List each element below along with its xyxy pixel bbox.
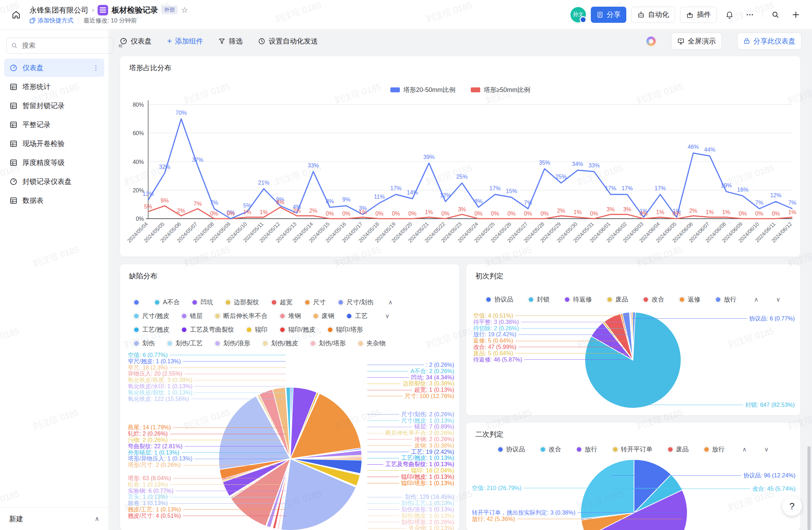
more-button[interactable] [742,7,758,22]
sidebar-item-label: 现场开卷检验 [22,139,65,148]
svg-text:0%: 0% [673,211,681,217]
pie-label: 废品: 5 (0.64%) [473,350,631,357]
home-icon [11,10,21,20]
svg-text:1%: 1% [574,209,582,215]
sidebar-item-5[interactable]: 现场开卷检验⋮ [4,134,104,153]
sidebar-item-6[interactable]: 厚度精度等级⋮ [4,153,104,172]
plugins-button[interactable]: 插件 [680,7,717,23]
svg-text:3%: 3% [623,206,631,212]
chevron-up-icon[interactable]: ∧ [95,515,99,523]
svg-text:12%: 12% [770,192,781,198]
pie-label: 凹坑: 34 (4.34%) [365,375,454,381]
svg-text:0%: 0% [227,211,235,217]
share-button[interactable]: 分享 [591,7,626,23]
svg-text:60%: 60% [133,130,144,136]
share-dashboard-button[interactable]: 分享此仪表盘 [737,33,801,49]
item-more-icon[interactable]: ⋮ [93,64,99,72]
pie-label: 工艺: 19 (2.42%) [365,449,454,455]
help-button[interactable]: ? [782,496,802,516]
svg-text:1%: 1% [788,209,796,215]
line-chart-legend: 塔形20-50mm比例塔形≥50mm比例 [120,86,800,94]
svg-text:3%: 3% [607,206,615,212]
pie-label: : 2 (0.26%) [365,362,454,368]
pie-label: 舌头: 1 (0.13%) [128,494,288,500]
svg-text:1%: 1% [260,209,268,215]
home-button[interactable] [8,7,24,22]
pie-label: 氧化铁皮/裂纹: 1 (0.13%) [128,390,288,396]
pie-label: 夹杂物: 1 (0.13%) [365,525,454,530]
svg-text:7%: 7% [788,200,796,206]
collapse-sidebar-icon[interactable]: « [117,40,124,52]
fullscreen-present-button[interactable]: 全屏演示 [671,33,722,49]
svg-text:3%: 3% [458,206,466,212]
pie-label: 松卷: 1 (0.13%) [128,482,288,488]
dashboard-main: 仪表盘 + 添加组件 筛选 设置自动化发送 全屏演示 分享此仪表 [109,30,812,530]
svg-text:1%: 1% [656,209,664,215]
svg-text:25%: 25% [456,174,468,180]
svg-text:2%: 2% [689,208,697,214]
external-badge: 外部 [161,6,178,14]
star-icon[interactable]: ☆ [181,6,188,15]
pie-label: 封锁: 647 (82.53%) [630,402,795,408]
add-shortcut-link[interactable]: 添加快捷方式 [29,16,73,25]
add-widget-button[interactable]: + 添加组件 [167,37,203,46]
svg-text:0%: 0% [491,211,499,217]
svg-text:8%: 8% [326,198,334,204]
pie-label: 断后伸长率不合: 2 (0.26%) [365,430,454,436]
pie-label: 散卷: 1 (0.13%) [128,500,288,506]
svg-text:7%: 7% [210,200,218,206]
pie-label: 待切除: 2 (0.26%) [473,325,631,332]
new-table-button[interactable]: 新建 [9,514,23,524]
pie-label: 翘皮/尺寸: 4 (0.51%) [128,513,288,519]
filter-button[interactable]: 筛选 [218,37,243,46]
svg-text:2%: 2% [177,208,185,214]
breadcrumb-company[interactable]: 永锋集团有限公司 [29,5,88,15]
pie-label: 辊印/塔形: 1 (0.13%) [365,480,454,486]
first-labels-left: 空值: 4 (0.51%)待平整: 3 (0.38%)待切除: 2 (0.26%… [473,313,631,363]
svg-text:19%: 19% [721,183,732,188]
pie-label: 工艺及弯曲裂纹: 1 (0.13%) [365,461,454,468]
sidebar-item-2[interactable]: 塔形统计⋮ [4,78,104,96]
pie-label: 转开平订单，挑出按实际判定: 3 (0.38%) [472,510,685,516]
dashboard-switcher[interactable]: 仪表盘 [120,37,152,46]
sidebar-item-8[interactable]: 数据表⋮ [4,191,104,210]
line-chart: 0%20%40%60%80%2024/05/042024/05/052024/0… [124,95,797,255]
new-button[interactable] [788,7,804,22]
svg-text:16%: 16% [737,187,748,193]
search-icon [11,42,18,49]
pie-label: 超宽: 1 (0.13%) [365,387,454,393]
legend-item[interactable]: 塔形≥50mm比例 [471,86,530,94]
svg-text:0%: 0% [375,211,383,217]
svg-text:0%: 0% [739,211,747,217]
defect-labels-left: 空值: 6 (0.77%)窄尺/翘皮: 1 (0.13%)窄尺: 18 (2.3… [128,352,288,519]
sidebar-search[interactable] [6,38,113,54]
svg-text:0%: 0% [210,211,218,217]
svg-text:11%: 11% [374,194,385,200]
pie-label: 堆钢: 2 (0.26%) [365,436,454,443]
ai-gradient-icon[interactable] [646,37,656,46]
pie-label: 协议品: 6 (0.77%) [630,316,795,322]
sidebar-search-input[interactable] [21,41,109,50]
svg-text:0%: 0% [541,211,549,217]
sidebar-item-3[interactable]: 暂留封锁记录⋮ [4,97,104,115]
svg-text:12%: 12% [440,192,451,198]
svg-text:9%: 9% [342,197,350,203]
sidebar-item-7[interactable]: 封锁记录仪表盘⋮ [4,172,104,191]
panel-tower-ratio: 塔形占比分布 塔形20-50mm比例塔形≥50mm比例 0%20%40%60%8… [120,56,800,257]
sidebar-nav: 仪表盘⋮塔形统计⋮暂留封锁记录⋮平整记录⋮现场开卷检验⋮厚度精度等级⋮封锁记录仪… [0,59,108,210]
sidebar-item-4[interactable]: 平整记录⋮ [4,115,104,134]
app-root: 永锋集团有限公司 › 板材检验记录 外部 ☆ 添加快捷方式 最近修改: 10 分… [0,0,812,530]
pie-label: 弯曲裂纹: 22 (2.81%) [128,443,288,450]
sidebar-item-1[interactable]: 仪表盘⋮ [4,59,104,77]
notifications-button[interactable] [722,7,737,22]
auto-send-button[interactable]: 设置自动化发送 [258,37,318,46]
table-icon [9,82,18,91]
legend-item[interactable]: 塔形20-50mm比例 [390,86,455,94]
svg-text:80%: 80% [133,102,144,108]
table-icon [9,196,18,205]
automation-button[interactable]: 自动化 [631,7,675,23]
avatar[interactable]: 孙文 [570,7,586,22]
search-button[interactable] [768,7,783,22]
pie-label: 燕尾: 14 (1.79%) [128,424,288,431]
scrollbar-thumb[interactable] [807,446,811,530]
